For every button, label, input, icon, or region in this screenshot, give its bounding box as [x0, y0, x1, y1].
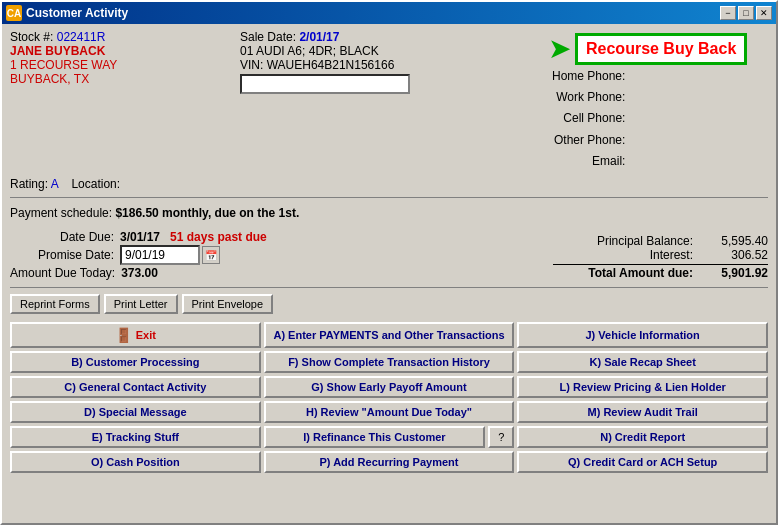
amount-due-value: 373.00	[121, 266, 158, 280]
vehicle-line: 01 AUDI A6; 4DR; BLACK	[240, 44, 548, 58]
rating-label: Rating:	[10, 177, 48, 191]
exit-icon: 🚪	[115, 327, 132, 343]
customer-name: JANE BUYBACK	[10, 44, 240, 58]
interest-value: 306.52	[703, 248, 768, 262]
action-b-button[interactable]: B) Customer Processing	[10, 351, 261, 373]
sale-date-label: Sale Date:	[240, 30, 296, 44]
action-a-button[interactable]: A) Enter PAYMENTS and Other Transactions	[264, 322, 515, 348]
minimize-button[interactable]: −	[720, 6, 736, 20]
interest-row: Interest: 306.52	[553, 248, 768, 262]
address-line2: BUYBACK, TX	[10, 72, 240, 86]
phone-table: Home Phone: Work Phone: Cell Phone: Othe…	[548, 65, 635, 173]
amount-due-row: Amount Due Today: 373.00	[10, 266, 267, 280]
action-f-button[interactable]: F) Show Complete Transaction History	[264, 351, 515, 373]
action-h-button[interactable]: H) Review "Amount Due Today"	[264, 401, 515, 423]
stock-value: 022411R	[57, 30, 106, 44]
work-phone-label: Work Phone:	[550, 88, 627, 107]
recourse-box: Recourse Buy Back	[575, 33, 747, 65]
total-row: Total Amount due: 5,901.92	[553, 264, 768, 280]
divider-2	[10, 287, 768, 288]
action-g-button[interactable]: G) Show Early Payoff Amount	[264, 376, 515, 398]
promise-date-row: Promise Date: 9/01/19 📅	[10, 245, 267, 265]
action-k-button[interactable]: K) Sale Recap Sheet	[517, 351, 768, 373]
window-title: Customer Activity	[26, 6, 720, 20]
contact-info: ➤ Recourse Buy Back Home Phone: Work Pho…	[548, 30, 768, 173]
window-content: Stock #: 022411R JANE BUYBACK 1 RECOURSE…	[2, 24, 776, 523]
address-line1: 1 RECOURSE WAY	[10, 58, 240, 72]
payment-schedule-line: Payment schedule: $186.50 monthly, due o…	[10, 204, 768, 222]
sale-date-line: Sale Date: 2/01/17	[240, 30, 548, 44]
action-n-button[interactable]: N) Credit Report	[517, 426, 768, 448]
exit-label: Exit	[136, 329, 156, 341]
print-letter-button[interactable]: Print Letter	[104, 294, 178, 314]
payment-details-section: Date Due: 3/01/17 51 days past due Promi…	[10, 226, 768, 281]
close-button[interactable]: ✕	[756, 6, 772, 20]
exit-button[interactable]: 🚪 Exit	[10, 322, 261, 348]
action-i-row: I) Refinance This Customer ?	[264, 426, 515, 448]
amount-due-label: Amount Due Today:	[10, 266, 121, 280]
app-icon: CA	[6, 5, 22, 21]
customer-info-section: Stock #: 022411R JANE BUYBACK 1 RECOURSE…	[10, 30, 768, 173]
customer-left-info: Stock #: 022411R JANE BUYBACK 1 RECOURSE…	[10, 30, 240, 173]
schedule-label: Payment schedule:	[10, 206, 112, 220]
action-i-button[interactable]: I) Refinance This Customer	[264, 426, 486, 448]
vehicle-info: Sale Date: 2/01/17 01 AUDI A6; 4DR; BLAC…	[240, 30, 548, 173]
action-c-button[interactable]: C) General Contact Activity	[10, 376, 261, 398]
principal-value: 5,595.40	[703, 234, 768, 248]
sale-date-value: 2/01/17	[299, 30, 339, 44]
action-p-button[interactable]: P) Add Recurring Payment	[264, 451, 515, 473]
stock-line: Stock #: 022411R	[10, 30, 240, 44]
rating-value: A	[51, 177, 58, 191]
work-phone-value	[629, 88, 633, 107]
vin-label: VIN:	[240, 58, 263, 72]
promise-date-input[interactable]: 9/01/19	[120, 245, 200, 265]
other-phone-label: Other Phone:	[550, 131, 627, 150]
help-button[interactable]: ?	[488, 426, 514, 448]
maximize-button[interactable]: □	[738, 6, 754, 20]
arrow-icon: ➤	[548, 32, 571, 65]
calendar-icon[interactable]: 📅	[202, 246, 220, 264]
overdue-text: 51 days past due	[170, 230, 267, 244]
payment-left: Date Due: 3/01/17 51 days past due Promi…	[10, 226, 267, 281]
action-q-button[interactable]: Q) Credit Card or ACH Setup	[517, 451, 768, 473]
date-due-value: 3/01/17	[120, 230, 160, 244]
rating-line: Rating: A Location:	[10, 177, 768, 191]
action-grid: 🚪 Exit A) Enter PAYMENTS and Other Trans…	[10, 322, 768, 473]
title-bar: CA Customer Activity − □ ✕	[2, 2, 776, 24]
total-label: Total Amount due:	[553, 266, 693, 280]
principal-row: Principal Balance: 5,595.40	[553, 234, 768, 248]
vin-value: WAUEH64B21N156166	[267, 58, 395, 72]
reprint-forms-button[interactable]: Reprint Forms	[10, 294, 100, 314]
balance-section: Principal Balance: 5,595.40 Interest: 30…	[553, 234, 768, 281]
email-value	[629, 152, 633, 171]
date-due-row: Date Due: 3/01/17 51 days past due	[10, 230, 267, 244]
home-phone-label: Home Phone:	[550, 67, 627, 86]
stock-label: Stock #:	[10, 30, 53, 44]
vin-line: VIN: WAUEH64B21N156166	[240, 58, 548, 72]
action-m-button[interactable]: M) Review Audit Trail	[517, 401, 768, 423]
home-phone-value	[629, 67, 633, 86]
schedule-value: $186.50 monthly, due on the 1st.	[115, 206, 299, 220]
print-envelope-button[interactable]: Print Envelope	[182, 294, 274, 314]
cell-phone-label: Cell Phone:	[550, 109, 627, 128]
cell-phone-value	[629, 109, 633, 128]
action-j-button[interactable]: J) Vehicle Information	[517, 322, 768, 348]
divider-1	[10, 197, 768, 198]
other-phone-value	[629, 131, 633, 150]
total-value: 5,901.92	[703, 266, 768, 280]
vehicle-input-box[interactable]	[240, 74, 410, 94]
recourse-text: Recourse Buy Back	[586, 40, 736, 57]
title-bar-buttons: − □ ✕	[720, 6, 772, 20]
principal-label: Principal Balance:	[553, 234, 693, 248]
date-due-label: Date Due:	[10, 230, 120, 244]
interest-label: Interest:	[553, 248, 693, 262]
action-l-button[interactable]: L) Review Pricing & Lien Holder	[517, 376, 768, 398]
form-buttons-row: Reprint Forms Print Letter Print Envelop…	[10, 294, 768, 314]
recourse-container: ➤ Recourse Buy Back	[548, 32, 768, 65]
action-o-button[interactable]: O) Cash Position	[10, 451, 261, 473]
promise-date-label: Promise Date:	[10, 248, 120, 262]
action-e-button[interactable]: E) Tracking Stuff	[10, 426, 261, 448]
location-label: Location:	[71, 177, 120, 191]
action-d-button[interactable]: D) Special Message	[10, 401, 261, 423]
email-label: Email:	[550, 152, 627, 171]
